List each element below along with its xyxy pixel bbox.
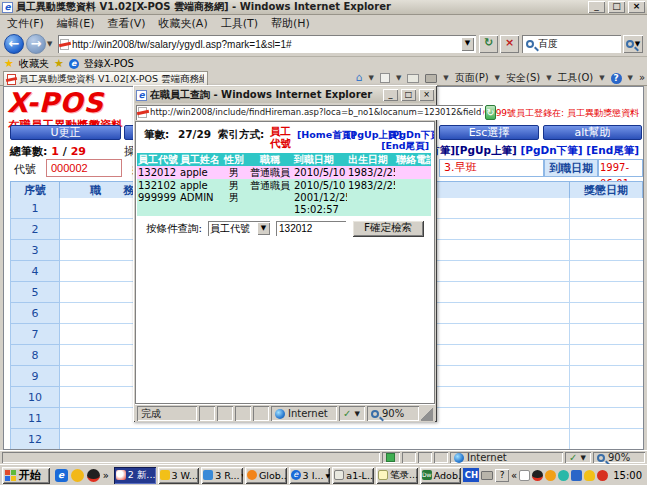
hire-date-label: 到職日期	[544, 159, 598, 177]
main-zoom-cell[interactable]: 90%	[593, 452, 645, 463]
popup-nav-end[interactable]: [End尾頁]	[381, 140, 429, 153]
table-row[interactable]: 12	[10, 429, 644, 450]
quicklaunch-qq-icon[interactable]	[87, 469, 100, 482]
tray-network-icon[interactable]	[571, 470, 582, 481]
language-indicator[interactable]: CH	[463, 468, 479, 482]
favorite-link[interactable]: 登錄X-POS	[84, 57, 134, 71]
maximize-button[interactable]: □	[608, 1, 625, 13]
refresh-button[interactable]: ↻	[479, 35, 498, 53]
zone-dropdown-icon: ▼	[580, 454, 585, 462]
menu-edit[interactable]: 編輯(E)	[57, 16, 95, 31]
query-field-select[interactable]: 員工代號 ▼	[208, 221, 270, 236]
nav-pgup[interactable]: [PgUp上筆]	[455, 144, 517, 156]
tray-doc-icon[interactable]	[519, 470, 530, 481]
taskbar-task[interactable]: 笔录...	[376, 467, 418, 484]
tools-menu[interactable]: 工具(O)	[558, 71, 594, 85]
update-button[interactable]: U更正	[10, 125, 121, 140]
internet-globe-icon	[454, 453, 464, 463]
popup-zoom-cell[interactable]: 90%	[367, 406, 419, 421]
task-group-icon: ▼	[326, 472, 331, 479]
select-dropdown-icon[interactable]: ▼	[257, 222, 270, 235]
code-input[interactable]	[46, 159, 122, 177]
nav-pgdn[interactable]: [PgDn下筆]	[521, 144, 583, 156]
read-mail-icon[interactable]	[407, 74, 419, 83]
query-input[interactable]	[276, 221, 346, 236]
menu-favorites[interactable]: 收藏夹(A)	[159, 16, 208, 31]
resize-grip[interactable]	[421, 406, 433, 421]
taskbar-clock[interactable]: 15:00	[610, 470, 645, 481]
forward-button[interactable]: →	[26, 34, 46, 54]
nav-end-last[interactable]: [End尾筆]	[586, 144, 639, 156]
print-dropdown-icon[interactable]: ▼	[443, 74, 448, 82]
menu-tools[interactable]: 工具(T)	[221, 16, 258, 31]
search-box[interactable]	[522, 35, 621, 53]
url-dropdown-icon[interactable]: ▼	[461, 37, 474, 51]
tab-active[interactable]: 員工異動獎懲資料 V1.02[X-POS 雲端商務網]	[3, 71, 208, 86]
query-label: 按條件查詢:	[146, 222, 202, 236]
home-icon[interactable]: ⌂	[356, 72, 363, 84]
menu-view[interactable]: 查看(V)	[107, 16, 145, 31]
popup-minimize-button[interactable]: _	[383, 89, 398, 101]
popup-row-selected[interactable]: 132012 apple 男 普通職員 2010/5/10 1983/2/25	[137, 166, 431, 179]
close-button[interactable]: ×	[628, 1, 645, 13]
taskbar-task-active[interactable]: 2 新...	[114, 467, 156, 484]
favorite-site-icon: e	[69, 59, 79, 69]
back-button[interactable]: ←	[4, 34, 24, 54]
popup-protected-cell[interactable]: ✓ ▼	[339, 406, 365, 421]
add-favorite-icon[interactable]: ★	[54, 59, 64, 69]
query-search-button[interactable]: F確定檢索	[352, 220, 424, 237]
minimize-button[interactable]: _	[588, 1, 605, 13]
seq-cell: 12	[10, 429, 60, 450]
taskbar-task[interactable]: Dw Adob...	[420, 467, 462, 484]
status-cell	[235, 406, 251, 421]
taskbar-task[interactable]: a1-L...	[332, 467, 374, 484]
popup-url-field[interactable]: http://win2008/include/findHireman.asp?l…	[136, 105, 483, 120]
url-input[interactable]	[72, 39, 458, 50]
tray-volume-icon[interactable]	[597, 470, 608, 481]
feeds-icon[interactable]	[380, 73, 390, 83]
tray-star-icon[interactable]	[545, 470, 556, 481]
quicklaunch-ie-icon[interactable]: e	[55, 469, 68, 482]
tray-shield-icon[interactable]	[584, 470, 595, 481]
main-protected-cell[interactable]: ✓ ▼	[565, 452, 591, 463]
popup-row[interactable]: 132102 apple 男 普通職員 2010/5/10 1983/2/25	[137, 179, 431, 192]
search-options-button[interactable]: ▼	[623, 35, 643, 53]
popup-close-button[interactable]: ×	[419, 89, 434, 101]
taskbar-task[interactable]: 3 R... ▼	[201, 467, 243, 484]
menu-help[interactable]: 帮助(H)	[271, 16, 310, 31]
popup-maximize-button[interactable]: □	[401, 89, 416, 101]
tray-clock-icon[interactable]	[558, 470, 569, 481]
quicklaunch-overflow-icon[interactable]: »	[103, 470, 109, 481]
popup-row[interactable]: 999999 ADMIN 男 2001/12/2515:02:57	[137, 192, 431, 216]
home-dropdown-icon[interactable]: ▼	[369, 74, 374, 82]
tray-help-icon[interactable]: ?	[495, 469, 509, 482]
safety-menu[interactable]: 安全(S)	[506, 71, 540, 85]
stop-button[interactable]: ×	[500, 35, 519, 53]
start-button[interactable]: 开始	[2, 467, 50, 484]
tray-qq-icon[interactable]	[532, 470, 543, 481]
taskbar-task[interactable]: Glob...	[245, 467, 287, 484]
taskbar-task[interactable]: 3 W... ▼	[158, 467, 200, 484]
cell-hire: 2010/5/10	[293, 179, 347, 192]
esc-select-button[interactable]: Esc選擇	[439, 125, 539, 140]
reward-cell	[570, 219, 644, 240]
alt-help-button[interactable]: alt幫助	[543, 125, 642, 140]
tray-collapse-icon[interactable]: «	[511, 470, 517, 481]
favorites-button[interactable]: 收藏夹	[19, 57, 49, 71]
zoom-level: 90%	[608, 452, 630, 463]
task-label: a1-L...	[346, 470, 374, 481]
help-icon[interactable]: ?	[611, 73, 622, 84]
menu-file[interactable]: 文件(F)	[7, 16, 44, 31]
quicklaunch-messenger-icon[interactable]	[71, 469, 84, 482]
page-menu[interactable]: 页面(P)	[455, 71, 489, 85]
popup-go-button[interactable]: ↻	[485, 105, 495, 120]
tray-printer-icon[interactable]	[481, 471, 493, 480]
quick-launch: e »	[52, 469, 112, 482]
toolbar-overflow-icon[interactable]: »	[639, 72, 645, 83]
history-dropdown-icon[interactable]: ▼	[47, 40, 52, 48]
taskbar-task[interactable]: e 3 I... ▼	[289, 467, 331, 484]
address-bar[interactable]: ▼	[58, 35, 476, 53]
feeds-dropdown-icon[interactable]: ▼	[396, 74, 401, 82]
print-icon[interactable]	[425, 74, 437, 83]
desktop: e 員工異動獎懲資料 V1.02[X-POS 雲端商務網] - Windows …	[0, 0, 647, 485]
